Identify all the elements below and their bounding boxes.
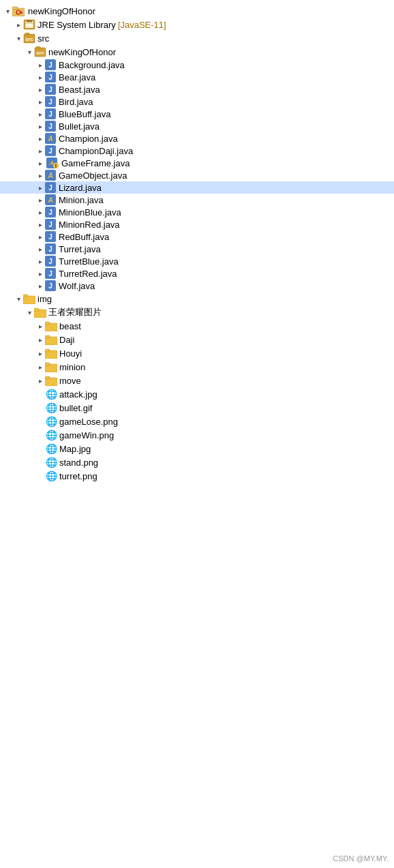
tree-item-map-jpg[interactable]: 🌐Map.jpg xyxy=(0,442,394,455)
java-file-icon: J xyxy=(45,84,56,95)
tree-arrow[interactable] xyxy=(35,194,45,205)
tree-arrow[interactable] xyxy=(35,182,45,193)
java-file-icon: J xyxy=(45,96,56,107)
tree-item-img-folder[interactable]: img xyxy=(0,292,394,305)
tree-arrow[interactable] xyxy=(35,348,45,359)
tree-item-RedBuff[interactable]: JRedBuff.java xyxy=(0,230,394,243)
package-icon: src xyxy=(34,46,46,58)
tree-item-label: attack.jpg xyxy=(59,389,97,400)
tree-item-MinionBlue[interactable]: JMinionBlue.java xyxy=(0,206,394,218)
tree-arrow[interactable] xyxy=(35,334,45,345)
java-file-icon: J xyxy=(45,280,56,291)
tree-item-Turret[interactable]: JTurret.java xyxy=(0,243,394,255)
tree-arrow[interactable] xyxy=(35,121,45,132)
tree-arrow[interactable] xyxy=(35,361,45,372)
tree-item-src[interactable]: src src xyxy=(0,31,394,45)
tree-item-Beast[interactable]: JBeast.java xyxy=(0,83,394,95)
tree-arrow[interactable] xyxy=(35,375,45,386)
tree-arrow[interactable] xyxy=(35,59,45,70)
tree-arrow[interactable] xyxy=(14,293,23,304)
tree-arrow[interactable] xyxy=(14,19,23,30)
image-file-icon: 🌐 xyxy=(45,388,57,400)
svg-rect-13 xyxy=(36,46,40,48)
tree-item-Bullet[interactable]: JBullet.java xyxy=(0,120,394,132)
tree-arrow[interactable] xyxy=(35,96,45,107)
tree-arrow[interactable] xyxy=(35,145,45,156)
tree-item-label: newKingOfHonor xyxy=(28,6,95,16)
tree-item-label: MinionRed.java xyxy=(59,220,120,230)
svg-text:src: src xyxy=(36,50,45,56)
tree-item-label: TurretBlue.java xyxy=(59,256,119,267)
tree-item-TurretBlue[interactable]: JTurretBlue.java xyxy=(0,255,394,267)
java-file-icon: J xyxy=(45,268,56,279)
svg-rect-28 xyxy=(45,376,50,379)
tree-item-label: 王者荣耀图片 xyxy=(48,306,102,318)
tree-item-Background[interactable]: JBackground.java xyxy=(0,59,394,71)
tree-arrow[interactable] xyxy=(35,231,45,242)
tree-arrow[interactable] xyxy=(35,243,45,254)
tree-item-move-folder[interactable]: move xyxy=(0,374,394,387)
tree-item-label: Lizard.java xyxy=(59,183,102,193)
tree-arrow[interactable] xyxy=(25,307,34,318)
tree-arrow[interactable] xyxy=(35,72,45,83)
tree-arrow[interactable] xyxy=(35,256,45,267)
tree-item-beast-folder[interactable]: beast xyxy=(0,319,394,333)
tree-arrow[interactable] xyxy=(35,170,45,181)
tree-item-Champion[interactable]: AChampion.java xyxy=(0,132,394,145)
folder-icon xyxy=(23,293,35,305)
tree-arrow[interactable] xyxy=(35,133,45,144)
tree-item-GameFrame[interactable]: A !GameFrame.java xyxy=(0,157,394,169)
tree-arrow[interactable] xyxy=(35,158,45,168)
tree-arrow[interactable] xyxy=(35,280,45,291)
tree-item-ChampionDaji[interactable]: JChampionDaji.java xyxy=(0,145,394,157)
tree-item-project-root[interactable]: newKingOfHonor xyxy=(0,4,394,18)
tree-item-minion-folder[interactable]: minion xyxy=(0,360,394,374)
tree-item-daji-folder[interactable]: Daji xyxy=(0,333,394,346)
tree-arrow[interactable] xyxy=(35,268,45,279)
java-file-icon: J xyxy=(45,121,56,132)
image-file-icon: 🌐 xyxy=(45,470,57,482)
tree-item-Lizard[interactable]: JLizard.java xyxy=(0,181,394,194)
svg-rect-24 xyxy=(45,349,50,352)
svg-rect-18 xyxy=(34,308,39,311)
tree-item-houyi-folder[interactable]: Houyi xyxy=(0,346,394,360)
tree-item-label: GameObject.java xyxy=(59,170,127,181)
tree-item-label: gameWin.png xyxy=(59,430,114,440)
tree-arrow[interactable] xyxy=(35,320,45,331)
tree-item-label: stand.png xyxy=(59,458,98,468)
tree-item-Bird[interactable]: JBird.java xyxy=(0,95,394,108)
tree-arrow[interactable] xyxy=(3,5,12,16)
tree-item-wangzhe-folder[interactable]: 王者荣耀图片 xyxy=(0,305,394,319)
tree-item-bullet-gif[interactable]: 🌐bullet.gif xyxy=(0,401,394,415)
tree-arrow[interactable] xyxy=(35,108,45,119)
tree-item-label: Bullet.java xyxy=(59,121,100,132)
tree-item-Wolf[interactable]: JWolf.java xyxy=(0,280,394,292)
tree-item-BlueBuff[interactable]: JBlueBuff.java xyxy=(0,108,394,120)
tree-item-GameObject[interactable]: AGameObject.java xyxy=(0,169,394,181)
java-file-icon: J xyxy=(45,231,56,242)
java-abstract-icon: A xyxy=(45,133,56,144)
tree-item-label: gameLose.png xyxy=(59,417,118,427)
tree-item-gamewin-png[interactable]: 🌐gameWin.png xyxy=(0,428,394,442)
tree-arrow[interactable] xyxy=(35,207,45,218)
image-file-icon: 🌐 xyxy=(45,415,57,428)
tree-item-stand-png[interactable]: 🌐stand.png xyxy=(0,455,394,469)
tree-arrow[interactable] xyxy=(25,46,34,57)
tree-item-label: src xyxy=(37,33,49,44)
tree-arrow[interactable] xyxy=(35,219,45,230)
tree-item-attack-jpg[interactable]: 🌐attack.jpg xyxy=(0,387,394,401)
tree-item-package-newking[interactable]: src newKingOfHonor xyxy=(0,45,394,59)
tree-item-gamelose-png[interactable]: 🌐gameLose.png xyxy=(0,415,394,428)
tree-item-Bear[interactable]: JBear.java xyxy=(0,71,394,83)
tree-arrow[interactable] xyxy=(35,84,45,95)
tree-item-MinionRed[interactable]: JMinionRed.java xyxy=(0,218,394,230)
tree-item-jre-library[interactable]: JRE System Library[JavaSE-11] xyxy=(0,18,394,31)
tree-item-turret-png[interactable]: 🌐turret.png xyxy=(0,469,394,483)
tree-arrow[interactable] xyxy=(14,33,23,44)
tree-item-label: GameFrame.java xyxy=(61,158,130,168)
tree-item-TurretRed[interactable]: JTurretRed.java xyxy=(0,267,394,280)
project-icon xyxy=(12,5,26,17)
tree-item-Minion[interactable]: AMinion.java xyxy=(0,194,394,206)
tree-item-label: ChampionDaji.java xyxy=(59,146,133,156)
tree-item-label: move xyxy=(59,376,81,386)
